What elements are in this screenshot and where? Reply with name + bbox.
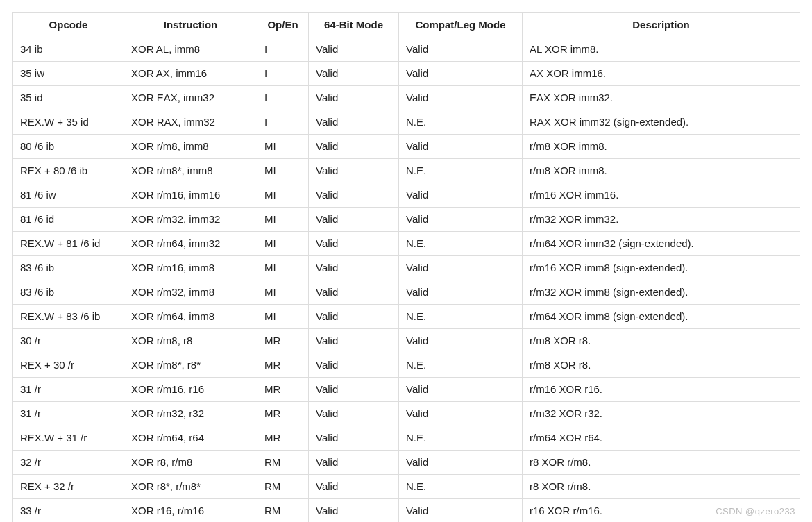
cell-description: r/m8 XOR imm8.	[523, 135, 800, 159]
cell-opcode: 35 iw	[13, 62, 124, 86]
cell-instruction: XOR r/m8*, imm8	[124, 159, 257, 183]
cell-description: r/m64 XOR imm8 (sign-extended).	[523, 305, 800, 329]
cell-compat: N.E.	[399, 159, 523, 183]
cell-compat: Valid	[399, 62, 523, 86]
cell-mode64: Valid	[309, 159, 399, 183]
cell-compat: Valid	[399, 256, 523, 280]
cell-description: r/m16 XOR imm8 (sign-extended).	[523, 256, 800, 280]
cell-description: AL XOR imm8.	[523, 37, 800, 62]
cell-opEn: MI	[257, 135, 309, 159]
cell-opcode: 32 /r	[13, 451, 124, 475]
cell-opEn: I	[257, 37, 309, 62]
cell-compat: Valid	[399, 499, 523, 523]
cell-opcode: REX.W + 81 /6 id	[13, 232, 124, 256]
cell-mode64: Valid	[309, 305, 399, 329]
table-row: 83 /6 ibXOR r/m32, imm8MIValidValidr/m32…	[13, 280, 800, 305]
table-row: 80 /6 ibXOR r/m8, imm8MIValidValidr/m8 X…	[13, 135, 800, 159]
col-header-64bit-mode: 64-Bit Mode	[309, 13, 399, 37]
cell-compat: N.E.	[399, 305, 523, 329]
cell-compat: Valid	[399, 135, 523, 159]
cell-mode64: Valid	[309, 62, 399, 86]
cell-opcode: REX.W + 31 /r	[13, 426, 124, 451]
cell-mode64: Valid	[309, 183, 399, 208]
table-row: 34 ibXOR AL, imm8IValidValidAL XOR imm8.	[13, 37, 800, 62]
cell-compat: Valid	[399, 402, 523, 426]
cell-mode64: Valid	[309, 475, 399, 499]
table-row: REX.W + 35 idXOR RAX, imm32IValidN.E.RAX…	[13, 110, 800, 135]
table-row: 31 /rXOR r/m32, r32MRValidValidr/m32 XOR…	[13, 402, 800, 426]
cell-instruction: XOR r/m32, imm8	[124, 280, 257, 305]
table-row: REX.W + 83 /6 ibXOR r/m64, imm8MIValidN.…	[13, 305, 800, 329]
cell-opEn: MI	[257, 232, 309, 256]
cell-mode64: Valid	[309, 208, 399, 232]
cell-opEn: RM	[257, 475, 309, 499]
table-row: 30 /rXOR r/m8, r8MRValidValidr/m8 XOR r8…	[13, 329, 800, 353]
cell-opEn: RM	[257, 451, 309, 475]
cell-description: r/m32 XOR r32.	[523, 402, 800, 426]
cell-mode64: Valid	[309, 256, 399, 280]
cell-mode64: Valid	[309, 232, 399, 256]
cell-description: r/m8 XOR r8.	[523, 329, 800, 353]
cell-instruction: XOR r16, r/m16	[124, 499, 257, 523]
cell-compat: Valid	[399, 451, 523, 475]
cell-instruction: XOR r/m32, imm32	[124, 208, 257, 232]
cell-mode64: Valid	[309, 451, 399, 475]
cell-mode64: Valid	[309, 378, 399, 402]
cell-compat: N.E.	[399, 232, 523, 256]
cell-instruction: XOR r/m64, imm8	[124, 305, 257, 329]
col-header-description: Description	[523, 13, 800, 37]
cell-opcode: 30 /r	[13, 329, 124, 353]
cell-compat: Valid	[399, 86, 523, 110]
cell-instruction: XOR r/m16, imm16	[124, 183, 257, 208]
cell-mode64: Valid	[309, 402, 399, 426]
cell-opEn: MI	[257, 280, 309, 305]
cell-description: r16 XOR r/m16.	[523, 499, 800, 523]
table-row: 32 /rXOR r8, r/m8RMValidValidr8 XOR r/m8…	[13, 451, 800, 475]
cell-compat: N.E.	[399, 110, 523, 135]
cell-opcode: 31 /r	[13, 378, 124, 402]
cell-mode64: Valid	[309, 329, 399, 353]
cell-opcode: 34 ib	[13, 37, 124, 62]
table-row: REX.W + 81 /6 idXOR r/m64, imm32MIValidN…	[13, 232, 800, 256]
cell-opEn: MR	[257, 353, 309, 378]
cell-opcode: 83 /6 ib	[13, 280, 124, 305]
cell-opEn: MI	[257, 256, 309, 280]
cell-description: r8 XOR r/m8.	[523, 451, 800, 475]
col-header-compat-mode: Compat/Leg Mode	[399, 13, 523, 37]
cell-description: r/m8 XOR imm8.	[523, 159, 800, 183]
col-header-op-en: Op/En	[257, 13, 309, 37]
cell-description: r/m64 XOR r64.	[523, 426, 800, 451]
cell-opEn: I	[257, 110, 309, 135]
table-row: 35 idXOR EAX, imm32IValidValidEAX XOR im…	[13, 86, 800, 110]
instruction-reference-table: Opcode Instruction Op/En 64-Bit Mode Com…	[12, 12, 800, 522]
cell-opcode: 35 id	[13, 86, 124, 110]
cell-compat: Valid	[399, 208, 523, 232]
cell-instruction: XOR RAX, imm32	[124, 110, 257, 135]
table-row: REX + 30 /rXOR r/m8*, r8*MRValidN.E.r/m8…	[13, 353, 800, 378]
cell-compat: N.E.	[399, 426, 523, 451]
col-header-instruction: Instruction	[124, 13, 257, 37]
cell-instruction: XOR r/m8*, r8*	[124, 353, 257, 378]
cell-compat: Valid	[399, 378, 523, 402]
cell-compat: N.E.	[399, 353, 523, 378]
cell-description: r8 XOR r/m8.	[523, 475, 800, 499]
cell-compat: Valid	[399, 329, 523, 353]
cell-compat: Valid	[399, 183, 523, 208]
cell-opcode: REX + 80 /6 ib	[13, 159, 124, 183]
cell-opcode: REX + 30 /r	[13, 353, 124, 378]
cell-description: r/m16 XOR r16.	[523, 378, 800, 402]
table-row: REX + 80 /6 ibXOR r/m8*, imm8MIValidN.E.…	[13, 159, 800, 183]
cell-mode64: Valid	[309, 280, 399, 305]
cell-instruction: XOR AX, imm16	[124, 62, 257, 86]
cell-opEn: MR	[257, 329, 309, 353]
cell-compat: Valid	[399, 37, 523, 62]
table-row: REX + 32 /rXOR r8*, r/m8*RMValidN.E.r8 X…	[13, 475, 800, 499]
cell-opEn: I	[257, 62, 309, 86]
table-header-row: Opcode Instruction Op/En 64-Bit Mode Com…	[13, 13, 800, 37]
table-row: 31 /rXOR r/m16, r16MRValidValidr/m16 XOR…	[13, 378, 800, 402]
cell-opEn: MR	[257, 426, 309, 451]
cell-opcode: 83 /6 ib	[13, 256, 124, 280]
cell-opcode: 80 /6 ib	[13, 135, 124, 159]
cell-description: r/m16 XOR imm16.	[523, 183, 800, 208]
cell-opEn: MI	[257, 159, 309, 183]
